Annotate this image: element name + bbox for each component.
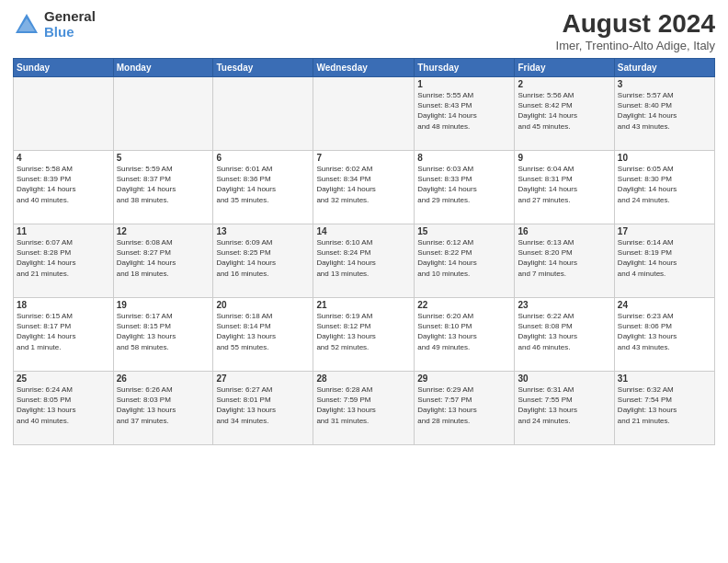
day-of-week-header: Sunday [14,59,114,77]
day-info: Sunrise: 6:19 AM Sunset: 8:12 PM Dayligh… [316,311,411,352]
day-number: 13 [216,226,310,236]
day-number: 23 [518,300,610,310]
logo-general: General [44,9,96,25]
day-number: 5 [117,153,210,163]
day-number: 29 [417,373,511,384]
day-info: Sunrise: 6:12 AM Sunset: 8:22 PM Dayligh… [417,237,511,279]
calendar-cell: 24Sunrise: 6:23 AM Sunset: 8:06 PM Dayli… [614,298,714,372]
day-of-week-header: Wednesday [313,59,415,77]
day-info: Sunrise: 6:23 AM Sunset: 8:06 PM Dayligh… [618,311,711,352]
calendar-week-row: 1Sunrise: 5:55 AM Sunset: 8:43 PM Daylig… [14,77,715,151]
calendar-cell: 17Sunrise: 6:14 AM Sunset: 8:19 PM Dayli… [614,224,714,298]
day-number: 2 [518,79,610,89]
calendar-cell: 8Sunrise: 6:03 AM Sunset: 8:33 PM Daylig… [415,151,515,224]
day-number: 24 [618,300,711,310]
calendar-cell: 1Sunrise: 5:55 AM Sunset: 8:43 PM Daylig… [415,77,515,151]
day-number: 19 [117,300,210,310]
calendar-cell: 6Sunrise: 6:01 AM Sunset: 8:36 PM Daylig… [213,151,313,224]
day-number: 27 [216,373,310,384]
calendar-cell: 28Sunrise: 6:28 AM Sunset: 7:59 PM Dayli… [313,372,415,445]
day-info: Sunrise: 5:55 AM Sunset: 8:43 PM Dayligh… [417,90,511,132]
calendar-cell: 5Sunrise: 5:59 AM Sunset: 8:37 PM Daylig… [113,151,213,224]
calendar-cell: 16Sunrise: 6:13 AM Sunset: 8:20 PM Dayli… [515,224,614,298]
day-number: 20 [216,300,310,310]
logo: General Blue [13,9,96,40]
calendar-cell: 19Sunrise: 6:17 AM Sunset: 8:15 PM Dayli… [113,298,213,372]
day-info: Sunrise: 5:57 AM Sunset: 8:40 PM Dayligh… [618,90,711,132]
day-info: Sunrise: 6:18 AM Sunset: 8:14 PM Dayligh… [216,311,310,352]
day-info: Sunrise: 6:03 AM Sunset: 8:33 PM Dayligh… [417,164,511,205]
calendar-week-row: 18Sunrise: 6:15 AM Sunset: 8:17 PM Dayli… [14,298,715,372]
logo-text: General Blue [44,9,96,40]
calendar-cell: 4Sunrise: 5:58 AM Sunset: 8:39 PM Daylig… [14,151,114,224]
day-number: 15 [417,226,511,236]
calendar-cell: 23Sunrise: 6:22 AM Sunset: 8:08 PM Dayli… [515,298,614,372]
calendar-cell: 12Sunrise: 6:08 AM Sunset: 8:27 PM Dayli… [113,224,213,298]
calendar-cell: 7Sunrise: 6:02 AM Sunset: 8:34 PM Daylig… [313,151,415,224]
day-info: Sunrise: 5:56 AM Sunset: 8:42 PM Dayligh… [518,90,610,132]
calendar-cell: 10Sunrise: 6:05 AM Sunset: 8:30 PM Dayli… [614,151,714,224]
calendar-header: SundayMondayTuesdayWednesdayThursdayFrid… [14,59,715,77]
calendar-week-row: 25Sunrise: 6:24 AM Sunset: 8:05 PM Dayli… [14,372,715,445]
calendar-table: SundayMondayTuesdayWednesdayThursdayFrid… [13,58,715,445]
day-number: 10 [618,153,711,163]
calendar-cell [14,77,114,151]
calendar-cell: 30Sunrise: 6:31 AM Sunset: 7:55 PM Dayli… [515,372,614,445]
calendar-cell: 2Sunrise: 5:56 AM Sunset: 8:42 PM Daylig… [515,77,614,151]
day-number: 3 [618,79,711,89]
day-number: 22 [417,300,511,310]
day-info: Sunrise: 6:17 AM Sunset: 8:15 PM Dayligh… [117,311,210,352]
day-number: 1 [417,79,511,89]
day-number: 7 [316,153,411,163]
day-number: 26 [117,373,210,384]
header-row: SundayMondayTuesdayWednesdayThursdayFrid… [14,59,715,77]
day-info: Sunrise: 6:07 AM Sunset: 8:28 PM Dayligh… [17,237,110,279]
day-number: 25 [17,373,110,384]
day-info: Sunrise: 6:01 AM Sunset: 8:36 PM Dayligh… [216,164,310,205]
day-of-week-header: Monday [113,59,213,77]
day-number: 11 [17,226,110,236]
day-info: Sunrise: 6:15 AM Sunset: 8:17 PM Dayligh… [17,311,110,352]
title-block: August 2024 Imer, Trentino-Alto Adige, I… [556,9,715,52]
header: General Blue August 2024 Imer, Trentino-… [13,9,715,52]
day-number: 9 [518,153,610,163]
day-number: 28 [316,373,411,384]
day-info: Sunrise: 6:31 AM Sunset: 7:55 PM Dayligh… [518,385,610,426]
calendar-cell [313,77,415,151]
calendar-cell [213,77,313,151]
day-info: Sunrise: 6:04 AM Sunset: 8:31 PM Dayligh… [518,164,610,205]
day-info: Sunrise: 6:22 AM Sunset: 8:08 PM Dayligh… [518,311,610,352]
day-number: 4 [17,153,110,163]
calendar-cell: 31Sunrise: 6:32 AM Sunset: 7:54 PM Dayli… [614,372,714,445]
calendar-cell: 29Sunrise: 6:29 AM Sunset: 7:57 PM Dayli… [415,372,515,445]
calendar-cell: 20Sunrise: 6:18 AM Sunset: 8:14 PM Dayli… [213,298,313,372]
day-info: Sunrise: 6:28 AM Sunset: 7:59 PM Dayligh… [316,385,411,426]
calendar-week-row: 4Sunrise: 5:58 AM Sunset: 8:39 PM Daylig… [14,151,715,224]
calendar-cell: 27Sunrise: 6:27 AM Sunset: 8:01 PM Dayli… [213,372,313,445]
day-number: 8 [417,153,511,163]
day-info: Sunrise: 5:59 AM Sunset: 8:37 PM Dayligh… [117,164,210,205]
day-info: Sunrise: 6:20 AM Sunset: 8:10 PM Dayligh… [417,311,511,352]
calendar-cell: 13Sunrise: 6:09 AM Sunset: 8:25 PM Dayli… [213,224,313,298]
day-number: 6 [216,153,310,163]
calendar-cell: 22Sunrise: 6:20 AM Sunset: 8:10 PM Dayli… [415,298,515,372]
calendar-week-row: 11Sunrise: 6:07 AM Sunset: 8:28 PM Dayli… [14,224,715,298]
calendar-cell [113,77,213,151]
calendar-cell: 18Sunrise: 6:15 AM Sunset: 8:17 PM Dayli… [14,298,114,372]
day-info: Sunrise: 6:08 AM Sunset: 8:27 PM Dayligh… [117,237,210,279]
day-of-week-header: Tuesday [213,59,313,77]
calendar-cell: 9Sunrise: 6:04 AM Sunset: 8:31 PM Daylig… [515,151,614,224]
day-info: Sunrise: 6:10 AM Sunset: 8:24 PM Dayligh… [316,237,411,279]
day-info: Sunrise: 6:05 AM Sunset: 8:30 PM Dayligh… [618,164,711,205]
subtitle: Imer, Trentino-Alto Adige, Italy [556,39,715,52]
day-info: Sunrise: 6:13 AM Sunset: 8:20 PM Dayligh… [518,237,610,279]
calendar-body: 1Sunrise: 5:55 AM Sunset: 8:43 PM Daylig… [14,77,715,445]
day-number: 12 [117,226,210,236]
main-title: August 2024 [556,9,715,39]
day-number: 14 [316,226,411,236]
day-info: Sunrise: 6:29 AM Sunset: 7:57 PM Dayligh… [417,385,511,426]
day-info: Sunrise: 6:32 AM Sunset: 7:54 PM Dayligh… [618,385,711,426]
day-number: 16 [518,226,610,236]
day-info: Sunrise: 6:24 AM Sunset: 8:05 PM Dayligh… [17,385,110,426]
calendar-cell: 11Sunrise: 6:07 AM Sunset: 8:28 PM Dayli… [14,224,114,298]
